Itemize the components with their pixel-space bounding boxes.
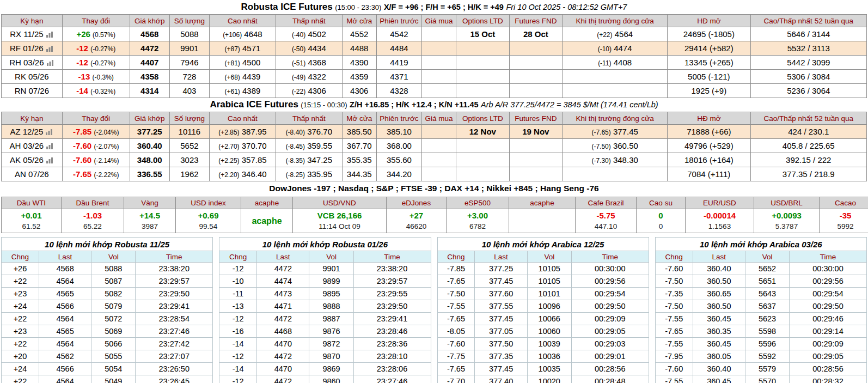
chart-icon[interactable] — [46, 44, 54, 53]
order-time: 00:29:50 — [571, 300, 649, 313]
arabica-header-row: Kỳ hạnThay đổiGiá khớpSố lượngCao nhấtTh… — [2, 112, 867, 125]
change-value: -12 — [76, 58, 88, 67]
orders-header-row: ChngLastVolTime — [437, 251, 649, 263]
contract-cell: RN 07/26 — [2, 84, 63, 98]
chart-icon[interactable] — [46, 142, 54, 151]
market-close-cell: (-11) 4408 — [563, 56, 668, 70]
order-chng: -12 — [219, 313, 257, 325]
futures-row: AH 03/26 -7.60 (-2.07%) 360.40 5652 (+2.… — [2, 139, 867, 153]
order-chng: +23 — [2, 288, 39, 300]
change-percent: (-0.3%) — [92, 74, 113, 81]
futures-row: AZ 12/25 -7.85 (-2.04%) 377.25 10116 (+2… — [2, 125, 867, 139]
column-header: Futures FND — [509, 112, 563, 125]
summary-value: 99.54 — [176, 221, 241, 232]
high-delta: (+2.25) — [218, 157, 239, 165]
order-chng: -11 — [219, 288, 257, 300]
coffee-futures-dashboard: Robusta ICE Futures (15:00 - 23:30) X/F … — [0, 0, 868, 383]
order-chng: -12 — [219, 350, 257, 363]
orders-column-header: Chng — [219, 251, 257, 263]
open-cell: 367.70 — [342, 139, 376, 153]
order-row: -7.70 377.40 10020 00:28:48 — [437, 375, 649, 383]
column-header: Cao nhất — [209, 112, 276, 125]
orders-table-title: 10 lệnh mới khớp Arabica 03/26 — [655, 238, 866, 251]
order-vol: 5651 — [745, 275, 789, 288]
high-delta: (+61) — [224, 88, 240, 95]
summary-cell: -35 5992 — [820, 210, 868, 232]
market-close-cell — [563, 167, 668, 181]
order-row: -12 4472 9887 23:29:41 — [219, 313, 431, 325]
orders-header-row: ChngLastVolTime — [2, 251, 213, 263]
column-header: Số lượng — [169, 112, 209, 125]
order-row: -7.50 360.50 5651 00:29:56 — [655, 275, 866, 288]
order-row: -16 4468 9876 23:28:46 — [219, 325, 431, 338]
column-header: Khi thị trường đóng cửa — [563, 15, 668, 27]
order-time: 23:29:50 — [353, 300, 431, 313]
bid-cell — [422, 27, 456, 41]
order-vol: 5055 — [91, 350, 136, 363]
order-vol: 9895 — [309, 288, 353, 300]
order-chng: -13 — [219, 300, 257, 313]
order-vol: 5592 — [745, 350, 789, 363]
volume-cell: 5652 — [169, 139, 209, 153]
order-chng: +22 — [2, 313, 39, 325]
robusta-title-spreads: X/F = +96 ; F/H = +65 ; H/K = +49 — [384, 3, 504, 11]
order-chng: -7.55 — [655, 338, 693, 350]
orders-column-header: Chng — [2, 251, 39, 263]
summary-value: 6782 — [447, 221, 509, 232]
arabica-title-hours: (15:15 - 00:30) — [301, 101, 347, 109]
range52w-cell: 5236 / 3064 — [750, 84, 866, 98]
order-chng: +22 — [2, 375, 39, 383]
order-vol: 10060 — [527, 325, 571, 338]
futures-fnd-cell — [509, 167, 563, 181]
order-time: 00:29:50 — [790, 300, 867, 313]
chart-icon[interactable] — [46, 156, 54, 165]
contract-cell: RF 01/26 — [2, 41, 63, 56]
high-delta: (+106) — [223, 31, 242, 39]
last-price-cell: 336.55 — [130, 167, 169, 181]
high-cell: (+2.85) 387.95 — [209, 125, 276, 139]
order-vol: 10035 — [527, 363, 571, 375]
market-close-cell: (+22) 4564 — [563, 27, 668, 41]
bid-cell — [422, 41, 456, 56]
order-vol: 5069 — [91, 325, 136, 338]
summary-column-header: USD/VND — [293, 197, 387, 209]
chart-icon[interactable] — [46, 30, 54, 39]
order-chng: -10 — [219, 275, 257, 288]
chart-icon[interactable] — [45, 127, 53, 137]
low-delta: (-8.35) — [286, 157, 305, 165]
low-cell: (-8.25) 335.95 — [276, 167, 342, 181]
high-delta: (+2.70) — [218, 143, 239, 150]
order-row: -7.50 377.60 10101 00:29:54 — [437, 288, 649, 300]
column-header: Thấp nhất — [276, 15, 342, 27]
contract-cell: AN 07/26 — [2, 167, 63, 181]
order-last: 360.05 — [693, 350, 745, 363]
contract-cell: AH 03/26 — [2, 139, 63, 153]
order-chng: -7.50 — [655, 275, 693, 288]
order-chng: -7.55 — [655, 375, 693, 383]
order-chng: +22 — [2, 338, 39, 350]
futures-fnd-cell — [509, 41, 563, 56]
summary-change: +3.00 — [447, 210, 509, 221]
summary-change: -5.75 — [576, 210, 636, 221]
low-cell: (-40) 4502 — [276, 27, 342, 41]
column-header: Cao nhất — [209, 15, 276, 27]
change-value: -12 — [76, 44, 88, 53]
orders-table-title: 10 lệnh mới khớp Robusta 11/25 — [2, 238, 213, 251]
range52w-cell: 405.8 / 225.65 — [750, 139, 866, 153]
market-close-cell — [563, 84, 668, 98]
high-cell: (+2.20) 346.40 — [209, 167, 276, 181]
order-vol: 9860 — [309, 375, 353, 383]
order-last: 4568 — [39, 263, 91, 275]
summary-cell: -5.75 447.10 — [576, 210, 636, 232]
order-row: +22 4564 5072 23:28:54 — [2, 313, 213, 325]
high-cell: (+87) 4571 — [209, 41, 276, 56]
high-value: 4439 — [242, 72, 260, 81]
chart-icon[interactable] — [46, 58, 54, 68]
open-cell: 4390 — [342, 56, 376, 70]
volume-cell: 5088 — [169, 27, 209, 41]
order-last: 377.05 — [475, 325, 527, 338]
contract-label: RF 01/26 — [10, 44, 44, 53]
summary-value: 5.3787 — [754, 221, 819, 232]
low-value: 347.25 — [307, 155, 332, 165]
order-last: 360.35 — [693, 325, 745, 338]
